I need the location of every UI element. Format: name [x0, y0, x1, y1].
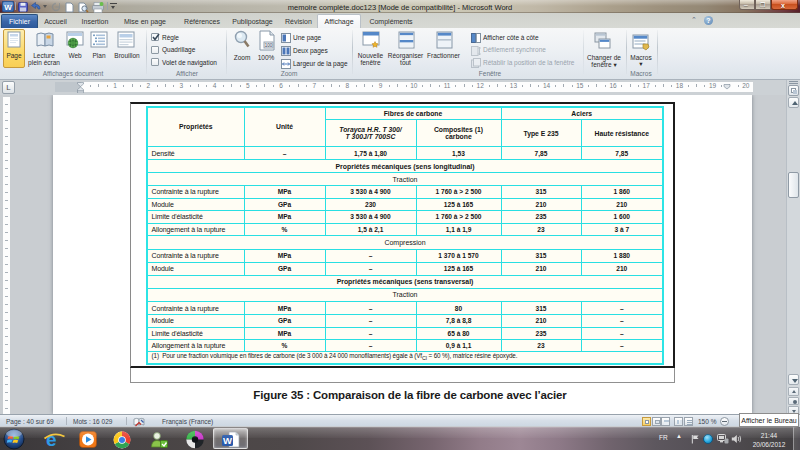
svg-text:W: W: [4, 3, 12, 12]
svg-text:100: 100: [265, 43, 273, 48]
svg-text:W: W: [223, 435, 232, 446]
svg-text:e: e: [46, 429, 57, 450]
